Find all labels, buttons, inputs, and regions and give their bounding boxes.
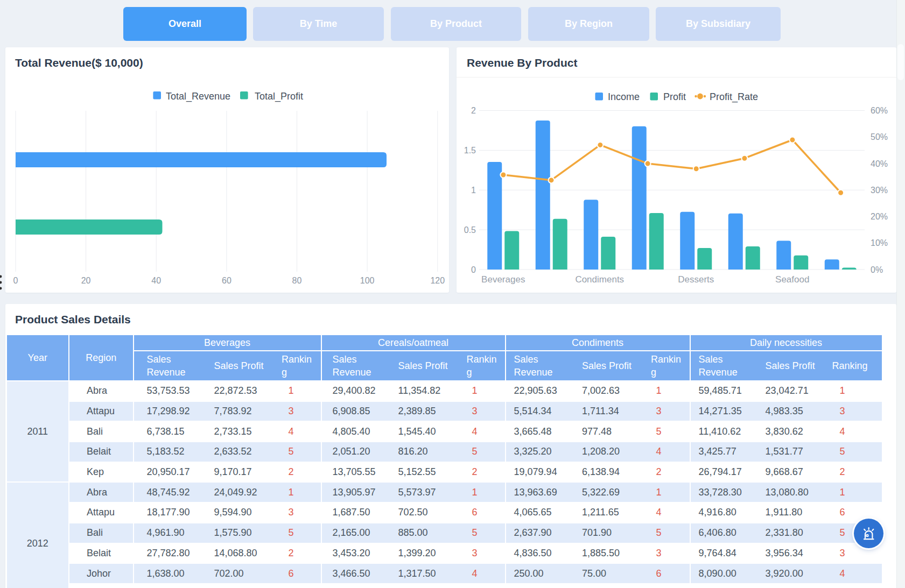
- svg-text:Total_Profit: Total_Profit: [255, 91, 303, 102]
- svg-text:Total Revenue($ 10,000): Total Revenue($ 10,000): [15, 56, 143, 69]
- svg-text:Beverages: Beverages: [481, 274, 525, 285]
- svg-text:Condiments: Condiments: [575, 274, 624, 285]
- svg-text:80: 80: [292, 276, 302, 285]
- svg-text:Profit_Rate: Profit_Rate: [710, 91, 758, 103]
- svg-text:20%: 20%: [871, 212, 888, 221]
- svg-text:0: 0: [13, 276, 18, 285]
- svg-text:1.5: 1.5: [464, 146, 476, 155]
- svg-text:10%: 10%: [871, 238, 888, 247]
- svg-text:Profit: Profit: [663, 91, 686, 102]
- svg-text:0%: 0%: [871, 265, 883, 274]
- svg-text:30%: 30%: [871, 186, 888, 195]
- svg-text:100: 100: [360, 276, 375, 285]
- svg-text:Seafood: Seafood: [775, 274, 809, 285]
- svg-text:Total_Revenue: Total_Revenue: [166, 91, 230, 102]
- svg-text:120: 120: [430, 276, 445, 285]
- svg-text:40%: 40%: [871, 159, 888, 168]
- svg-text:Desserts: Desserts: [678, 274, 714, 285]
- svg-text:60%: 60%: [871, 106, 888, 115]
- svg-text:Revenue By Product: Revenue By Product: [467, 56, 577, 69]
- svg-text:1: 1: [471, 186, 476, 195]
- svg-text:0.5: 0.5: [464, 225, 476, 235]
- svg-text:50%: 50%: [871, 132, 888, 141]
- svg-text:Income: Income: [608, 91, 640, 102]
- svg-text:60: 60: [222, 276, 231, 285]
- svg-text:40: 40: [151, 276, 161, 285]
- svg-text:2: 2: [471, 106, 476, 115]
- svg-text:20: 20: [81, 276, 91, 285]
- svg-text:0: 0: [471, 265, 476, 274]
